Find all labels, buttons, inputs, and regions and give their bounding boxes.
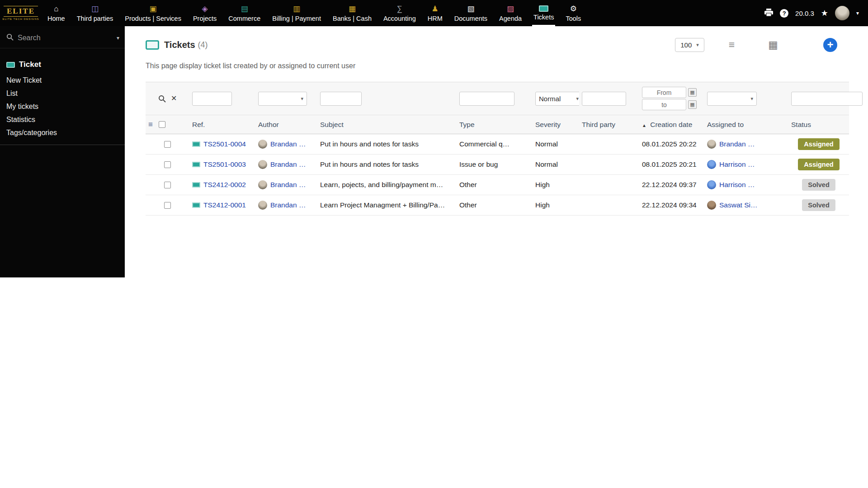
list-fields-icon[interactable]: ≡ [148,120,153,129]
top-menu-item-documents[interactable]: ▧ Documents [448,0,493,26]
page-description: This page display ticket list created by… [146,62,849,70]
bookmark-star-icon[interactable]: ★ [821,8,828,18]
print-button[interactable] [764,9,773,18]
view-list-icon[interactable]: ≡ [729,40,735,50]
status-badge: Assigned [798,138,839,150]
row-checkbox[interactable] [164,182,171,188]
ticket-type: Issue or bug [457,155,533,175]
ticket-third-party [579,195,639,216]
sidebar-item-statistics[interactable]: Statistics [0,113,125,126]
add-ticket-button[interactable]: + [823,38,837,52]
top-menu-item-banks-cash[interactable]: ▦ Banks | Cash [327,0,377,26]
column-header-assigned-to[interactable]: Assigned to [704,115,788,134]
app-logo[interactable]: ELITE ELITE TECH DESIGNS [0,0,42,26]
author-link[interactable]: Brandan … [270,201,306,209]
sidebar-search: ▾ [0,26,125,48]
ticket-ref-link[interactable]: TS2412-0001 [203,201,246,209]
top-menu-item-accounting[interactable]: ∑ Accounting [377,0,422,26]
documents-icon: ▧ [467,5,474,13]
row-checkbox[interactable] [164,141,171,148]
calendar-icon[interactable]: ▦ [688,100,697,109]
ticket-third-party [579,134,639,155]
status-badge: Solved [802,199,835,211]
view-grid-icon[interactable]: ▦ [768,40,778,50]
select-all-checkbox[interactable] [159,121,165,128]
ticket-third-party [579,155,639,175]
commerce-icon: ▤ [241,5,248,13]
column-header-ref[interactable]: Ref. [189,115,255,134]
sidebar-menu: New Ticket List My tickets Statistics Ta… [0,74,125,139]
sidebar-item-my-tickets[interactable]: My tickets [0,100,125,113]
top-menu-item-agenda[interactable]: ▨ Agenda [493,0,528,26]
row-checkbox[interactable] [164,202,171,209]
sidebar-section-title: Ticket [19,60,41,69]
billing-icon: ▥ [293,5,300,13]
column-header-type[interactable]: Type [457,115,533,134]
page-size-select[interactable]: 100 ▾ [675,38,704,52]
assigned-to-link[interactable]: Harrison … [719,160,755,169]
top-menu-item-projects[interactable]: ◈ Projects [187,0,222,26]
column-header-author[interactable]: Author [255,115,317,134]
banks-icon: ▦ [349,5,356,13]
filter-assigned-select[interactable]: ▾ [707,92,757,106]
ticket-ref-link[interactable]: TS2501-0004 [203,140,246,148]
row-checkbox[interactable] [164,161,171,168]
author-link[interactable]: Brandan … [270,181,306,189]
top-menu-item-products-services[interactable]: ▣ Products | Services [119,0,187,26]
user-menu-chevron-icon[interactable]: ▾ [856,10,859,16]
filter-clear-icon[interactable]: ✕ [171,95,177,103]
ticket-severity: High [533,175,579,195]
author-link[interactable]: Brandan … [270,160,306,169]
topbar-right: ? 20.0.3 ★ ▾ [764,0,868,26]
search-dropdown-icon[interactable]: ▾ [117,35,119,41]
filter-ref-input[interactable] [192,92,232,106]
sidebar-item-tags-categories[interactable]: Tags/categories [0,126,125,139]
projects-icon: ◈ [202,5,208,13]
severity-selected-value: Normal [539,95,561,103]
top-menu-item-home[interactable]: ⌂ Home [42,0,71,26]
top-menu-item-tools[interactable]: ⚙ Tools [560,0,587,26]
author-link[interactable]: Brandan … [270,140,306,148]
column-header-severity[interactable]: Severity [533,115,579,134]
ticket-subject: Learn Project Managment + Billing/Pa… [317,195,457,216]
top-menu-item-commerce[interactable]: ▤ Commerce [222,0,266,26]
ticket-ref-link[interactable]: TS2412-0002 [203,181,246,189]
filter-third-party-input[interactable] [582,92,626,106]
sidebar-item-list[interactable]: List [0,87,125,100]
top-menu-item-billing-payment[interactable]: ▥ Billing | Payment [266,0,327,26]
ticket-creation-date: 22.12.2024 09:37 [639,175,704,195]
assigned-to-link[interactable]: Brandan … [719,140,755,148]
filter-type-input[interactable] [459,92,514,106]
column-header-third-party[interactable]: Third party [579,115,639,134]
column-header-status[interactable]: Status [788,115,849,134]
filter-subject-input[interactable] [320,92,362,106]
ticket-icon [192,141,200,147]
topbar: ELITE ELITE TECH DESIGNS ⌂ Home ◫ Third … [0,0,868,26]
filter-severity-select[interactable]: Normal ▾ [535,92,582,106]
filter-date-from-input[interactable] [642,87,686,98]
search-input[interactable] [18,34,113,42]
calendar-icon[interactable]: ▦ [688,88,697,97]
top-menu-item-tickets[interactable]: Tickets [528,0,560,26]
filter-search-icon[interactable] [158,95,166,103]
filter-date-to-input[interactable] [642,99,686,110]
sidebar-section-ticket: Ticket [0,48,125,74]
assigned-to-link[interactable]: Harrison … [719,181,755,189]
assigned-avatar [707,160,716,169]
agenda-icon: ▨ [507,5,514,13]
author-avatar [258,201,267,210]
column-header-creation-date[interactable]: ▲ Creation date [639,115,704,134]
column-header-subject[interactable]: Subject [317,115,457,134]
top-menu-item-hrm[interactable]: ♟ HRM [422,0,448,26]
tickets-count: (4) [198,40,208,50]
app-logo-title: ELITE [4,6,38,17]
top-menu-item-third-parties[interactable]: ◫ Third parties [71,0,119,26]
assigned-to-link[interactable]: Saswat Si… [719,201,757,209]
filter-status-input[interactable] [791,92,863,106]
user-avatar[interactable] [835,6,849,20]
filter-author-select[interactable]: ▾ [258,92,307,106]
caret-down-icon: ▾ [750,96,753,102]
sidebar-item-new-ticket[interactable]: New Ticket [0,74,125,87]
ticket-ref-link[interactable]: TS2501-0003 [203,160,246,169]
help-button[interactable]: ? [780,9,788,18]
